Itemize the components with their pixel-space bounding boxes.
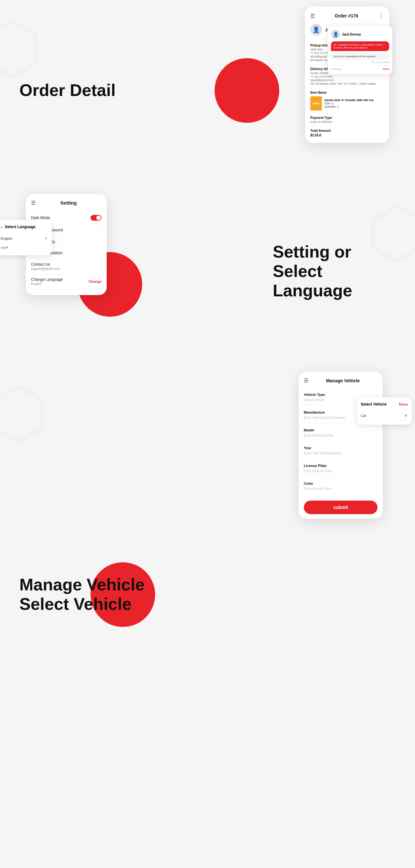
item-details: Nestle Nido 3+ Powder Milk 400 Gm Size: … (325, 99, 374, 108)
divider2 (310, 88, 384, 88)
setting-card-wrapper: ‹ Select Language English ✓ عربي ☰ Setti… (26, 194, 107, 295)
language-overlay: ‹ Select Language English ✓ عربي (0, 220, 52, 255)
chat-driver-name: Jack Dorsey (342, 33, 361, 36)
setting-title: Setting (35, 200, 101, 206)
bg-decoration3: ⬡ (0, 372, 49, 454)
change-language-row: Change Language English Change (31, 274, 101, 289)
vehicle-title: Manage Vehicle (308, 378, 378, 383)
color-label: Color (304, 482, 313, 485)
order-title: Order #176 (315, 13, 378, 19)
item-row: Nido Nestle Nido 3+ Powder Milk 400 Gm S… (310, 96, 384, 111)
vehicle-select-overlay: Select Vehicle Done Car ✓ (357, 398, 412, 425)
bg-decoration: ⬡ (0, 6, 43, 89)
item-quantity: Quantity: 1 (325, 105, 374, 108)
section3-label-line1: Manage Vehicle (20, 575, 145, 594)
item-image: Nido (310, 96, 322, 111)
section-manage-vehicle: ⬡ Manage Vehicle Select Vehicle Select V… (0, 362, 415, 653)
item-size: Size: 0 (325, 102, 374, 105)
field-color[interactable]: Color Enter Vehical Color (304, 477, 378, 494)
order-card-wrapper: 👤 Jack Dorsey Hi, I wanted to ensure I c… (305, 6, 389, 143)
chat-bubble-2: Sorry it is unavailable at the moment (331, 53, 389, 60)
vehicle-hamburger-icon[interactable]: ☰ (304, 377, 308, 383)
year-placeholder: Enter Year of Manufacture (304, 452, 378, 455)
vs-done-button[interactable]: Done (399, 402, 408, 406)
item-section-label: Item Name (310, 91, 384, 94)
lang-title: Select Language (5, 225, 35, 229)
model-label: Model (304, 428, 314, 432)
vs-item-car-check: ✓ (404, 413, 408, 418)
change-language-value: English (31, 282, 63, 286)
payment-value: Cash on delivery (310, 120, 384, 123)
section-setting: ⬡ ‹ Select Language English ✓ عربي ☰ Set… (0, 181, 415, 362)
field-license-plate[interactable]: License Plate Enter License Plate (304, 459, 378, 476)
driver-avatar: 👤 (310, 24, 322, 35)
dark-mode-toggle[interactable] (90, 215, 101, 221)
item-name: Nestle Nido 3+ Powder Milk 400 Gm (325, 99, 374, 102)
payment-label: Payment Type (310, 116, 384, 120)
lang-name-arabic: عربي (1, 245, 9, 249)
change-language-label: Change Language (31, 277, 63, 282)
color-placeholder: Enter Vehical Color (304, 487, 378, 491)
section2-label-line1: Setting or Select (273, 242, 351, 280)
more-options-icon[interactable]: ⋮ (378, 12, 384, 20)
submit-button[interactable]: submit (304, 501, 378, 514)
divider3 (310, 113, 384, 114)
red-circle-1 (215, 58, 279, 123)
setting-header: ☰ Setting (31, 200, 101, 206)
manufacture-label: Manufacture (304, 410, 325, 414)
license-plate-placeholder: Enter License Plate (304, 469, 378, 473)
chat-send-button[interactable]: Send (383, 67, 389, 70)
vs-item-car[interactable]: Car ✓ (361, 411, 408, 420)
vehicle-type-label: Vehicle Type (304, 393, 325, 397)
vehicle-phone-card: ☰ Manage Vehicle Vehicle Type › Select V… (299, 372, 383, 519)
lang-back-button[interactable]: ‹ (1, 224, 2, 229)
section-order-detail: ⬡ Order Detail 👤 Jack Dorsey Hi, I wante… (0, 0, 415, 181)
section2-label-line2: Language (273, 281, 352, 300)
contact-row: Contact Us support@gmail.com (31, 259, 101, 274)
contact-email: support@gmail.com (31, 267, 60, 271)
license-plate-label: License Plate (304, 464, 326, 468)
hamburger-icon[interactable]: ☰ (310, 13, 315, 19)
field-year[interactable]: Year Enter Year of Manufacture (304, 441, 378, 459)
section3-label: Manage Vehicle Select Vehicle (20, 575, 145, 614)
chat-timestamp: Tue, Oct 11, 2015 (331, 61, 389, 63)
vs-item-car-name: Car (361, 414, 366, 417)
total-value: $118.0 (310, 133, 384, 137)
vehicle-type-arrow: › (376, 392, 378, 397)
chat-input-row: message Send (331, 65, 389, 70)
field-model[interactable]: Model Enter Model Number (304, 424, 378, 441)
chat-input-placeholder[interactable]: message (331, 67, 383, 70)
chevron-right-icon: › (100, 227, 101, 233)
vehicle-header: ☰ Manage Vehicle (304, 377, 378, 383)
delivery-phone: +1 321-212-0544 (310, 75, 384, 78)
contact-label: Contact Us (31, 262, 60, 267)
year-label: Year (304, 446, 311, 450)
delivery-email: sarah@gmail.com (310, 79, 384, 82)
card-header: ☰ Order #176 ⋮ (310, 12, 384, 20)
lang-item-english[interactable]: English ✓ (1, 234, 48, 243)
change-language-button[interactable]: Change (89, 280, 101, 283)
vehicle-card-wrapper: Select Vehicle Done Car ✓ ☰ Manage Vehic… (299, 372, 383, 519)
total-label: Total Amount (310, 129, 384, 132)
chat-bubble-1: Hi, I wanted to ensure I could deliver N… (331, 41, 389, 51)
lang-item-arabic[interactable]: عربي (1, 243, 48, 251)
dark-mode-label: Dark Mode (31, 216, 50, 220)
vs-header: Select Vehicle Done (361, 402, 408, 406)
chat-overlay-card: 👤 Jack Dorsey Hi, I wanted to ensure I c… (328, 26, 392, 74)
model-placeholder: Enter Model Number (304, 434, 378, 437)
setting-hamburger-icon[interactable]: ☰ (31, 200, 35, 206)
lang-name-english: English (1, 237, 12, 241)
vs-title: Select Vehicle (361, 402, 387, 406)
chat-avatar: 👤 (331, 30, 340, 39)
lang-check-english: ✓ (44, 236, 48, 241)
section2-label: Setting or Select Language (273, 242, 389, 300)
lang-header: ‹ Select Language (1, 224, 48, 229)
delivery-address: 261 Broadway, New York, NY 10007, United… (310, 82, 384, 85)
section3-label-line2: Select Vehicle (20, 595, 131, 613)
divider4 (310, 126, 384, 126)
